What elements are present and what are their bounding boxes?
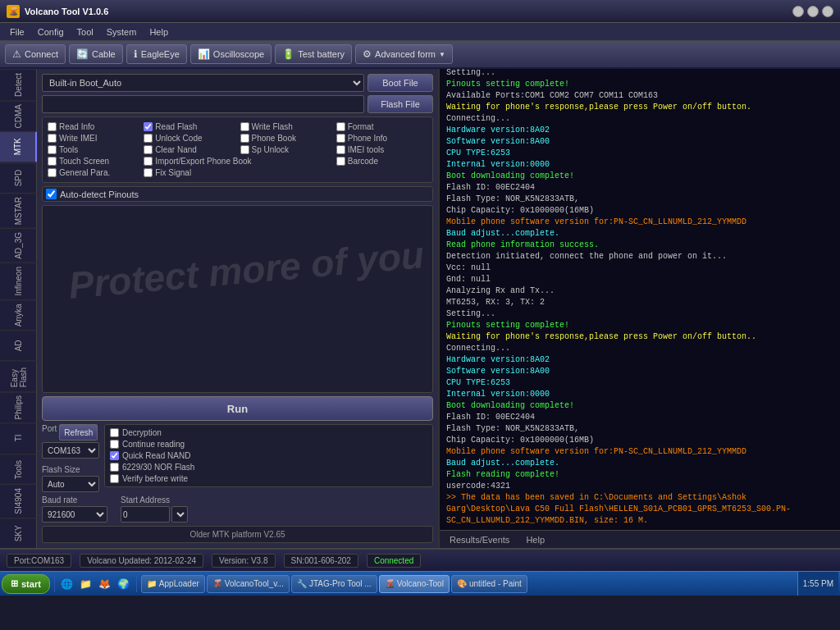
tab-mstar[interactable]: MSTAR (0, 193, 37, 228)
refresh-button[interactable]: Refresh (59, 424, 98, 441)
tab-anyka[interactable]: Anyka (0, 299, 37, 330)
tab-ad3g[interactable]: AD_3G (0, 228, 37, 262)
log-line: usercode:4321 (445, 481, 835, 492)
log-footer: Results/Events Help (440, 530, 840, 548)
log-line: Read phone information success. (445, 240, 835, 251)
port-select[interactable]: COM163 (42, 442, 99, 459)
menu-config[interactable]: Config (31, 25, 71, 39)
log-line: Analyzing Rx and Tx... (445, 285, 835, 297)
center-panel: Built-in Boot_Auto Boot File Flash File … (37, 69, 438, 548)
maximize-button[interactable] (807, 6, 819, 17)
menu-help[interactable]: Help (143, 25, 175, 39)
boot-file-button[interactable]: Boot File (368, 74, 433, 92)
cb-write-flash[interactable]: Write Flash (240, 122, 331, 131)
config-area (42, 205, 433, 393)
log-line: Flash ID: 00EC2404 (445, 412, 835, 423)
start-address-select[interactable]: ▼ (171, 506, 188, 523)
browser-icon[interactable]: 🌍 (116, 576, 132, 592)
taskbar-app-volcano-active[interactable]: 🌋 Volcano-Tool (379, 575, 450, 593)
log-line: Waiting for phone's response,please pres… (445, 102, 835, 113)
opt-6229-nor[interactable]: 6229/30 NOR Flash (110, 463, 427, 472)
cb-imei-tools[interactable]: IMEI tools (336, 145, 427, 154)
paint-icon: 🎨 (457, 579, 467, 588)
tab-easy-flash[interactable]: Easy Flash (0, 360, 37, 390)
log-line: Software version:8A00 (445, 366, 835, 377)
boot-file-select[interactable]: Built-in Boot_Auto (42, 74, 364, 92)
gear-icon: ⚙ (363, 48, 372, 60)
auto-detect-checkbox[interactable] (46, 189, 57, 199)
cb-unlock-code[interactable]: Unlock Code (144, 134, 235, 143)
log-area[interactable]: Setting...Pinouts setting complete!Avail… (440, 69, 840, 530)
eagleeye-button[interactable]: ℹ EagleEye (126, 44, 187, 64)
taskbar-app-volcanotool[interactable]: 🌋 VolcanoTool_v... (207, 575, 290, 593)
opt-verify-before-write[interactable]: Verify before write (110, 474, 427, 483)
cb-clear-nand[interactable]: Clear Nand (144, 145, 235, 154)
cb-fix-signal[interactable]: Fix Signal (144, 168, 235, 177)
cb-format[interactable]: Format (336, 122, 427, 131)
baud-rate-select[interactable]: 921600 (42, 506, 107, 523)
status-connected: Connected (367, 554, 421, 568)
cb-tools[interactable]: Tools (48, 145, 139, 154)
options-group: Decryption Continue reading Quick Read N… (104, 424, 433, 487)
log-line: Pinouts setting complete! (445, 79, 835, 90)
tab-cdma[interactable]: CDMA (0, 100, 37, 131)
flash-size-select[interactable]: Auto (42, 476, 99, 492)
opt-decryption[interactable]: Decryption (110, 428, 427, 437)
auto-detect-row: Auto-detect Pinouts (42, 186, 433, 202)
cb-phone-info[interactable]: Phone Info (336, 134, 427, 143)
cb-general-para[interactable]: General Para. (48, 168, 139, 177)
cb-import-export[interactable]: Import/Export Phone Book (144, 157, 331, 166)
run-button[interactable]: Run (42, 396, 433, 421)
menu-system[interactable]: System (100, 25, 144, 39)
advanced-form-button[interactable]: ⚙ Advanced form ▼ (355, 44, 453, 64)
tab-si4904[interactable]: SI4904 (0, 484, 37, 518)
tab-help[interactable]: Help (521, 533, 550, 546)
cb-read-info[interactable]: Read Info (48, 122, 139, 131)
tab-spd[interactable]: SPD (0, 162, 37, 193)
start-address-input[interactable] (121, 506, 170, 523)
folder-icon[interactable]: 📁 (78, 576, 94, 592)
opt-quick-read-nand[interactable]: Quick Read NAND (110, 451, 427, 460)
tab-sky[interactable]: SKY (0, 518, 37, 548)
cb-touch-screen[interactable]: Touch Screen (48, 157, 139, 166)
cb-phone-book[interactable]: Phone Book (240, 134, 331, 143)
tab-ti[interactable]: TI (0, 422, 37, 453)
main-layout: Detect CDMA MTK SPD MSTAR AD_3G Infineon… (0, 69, 840, 548)
tab-mtk[interactable]: MTK (0, 131, 37, 162)
close-button[interactable] (822, 6, 833, 17)
toolbar: ⚠ Connect 🔄 Cable ℹ EagleEye 📊 Oscillosc… (0, 41, 840, 69)
menu-tool[interactable]: Tool (71, 25, 100, 39)
taskbar-app-apploader[interactable]: 📁 AppLoader (141, 575, 205, 593)
tab-detect[interactable]: Detect (0, 69, 37, 100)
tab-results-events[interactable]: Results/Events (445, 533, 514, 546)
menu-file[interactable]: File (3, 25, 31, 39)
taskbar-app-paint[interactable]: 🎨 untitled - Paint (451, 575, 527, 593)
taskbar-app-jtag[interactable]: 🔧 JTAG-Pro Tool ... (291, 575, 377, 593)
cb-sp-unlock[interactable]: Sp Unlock (240, 145, 331, 154)
cb-barcode[interactable]: Barcode (336, 157, 427, 166)
status-updated: Volcano Updated: 2012-02-24 (80, 554, 203, 568)
connect-button[interactable]: ⚠ Connect (5, 44, 66, 64)
opt-continue-reading[interactable]: Continue reading (110, 440, 427, 449)
tab-infineon[interactable]: Infineon (0, 262, 37, 299)
start-label: start (21, 579, 41, 589)
oscilloscope-button[interactable]: 📊 Oscilloscope (190, 44, 272, 64)
log-line: Mobile phone software version for:PN-SC_… (445, 217, 835, 228)
ie-icon[interactable]: 🌐 (59, 576, 75, 592)
tab-tools[interactable]: Tools (0, 454, 37, 484)
minimize-button[interactable] (792, 6, 804, 17)
test-battery-button[interactable]: 🔋 Test battery (275, 44, 352, 64)
title-bar: 🌋 Volcano Tool V1.0.6 (0, 0, 840, 23)
log-line: Mobile phone software version for:PN-SC_… (445, 446, 835, 458)
cb-write-imei[interactable]: Write IMEI (48, 134, 139, 143)
media-icon[interactable]: 🦊 (97, 576, 113, 592)
apploader-icon: 📁 (147, 579, 157, 588)
tab-philips[interactable]: Philips (0, 391, 37, 422)
cable-button[interactable]: 🔄 Cable (69, 44, 123, 64)
log-line: Baud adjust...complete. (445, 228, 835, 240)
flash-file-button[interactable]: Flash File (368, 95, 433, 113)
window-controls[interactable] (792, 6, 833, 17)
cb-read-flash[interactable]: Read Flash (144, 122, 235, 131)
start-button[interactable]: ⊞ start (2, 574, 50, 594)
tab-ad[interactable]: AD (0, 330, 37, 360)
